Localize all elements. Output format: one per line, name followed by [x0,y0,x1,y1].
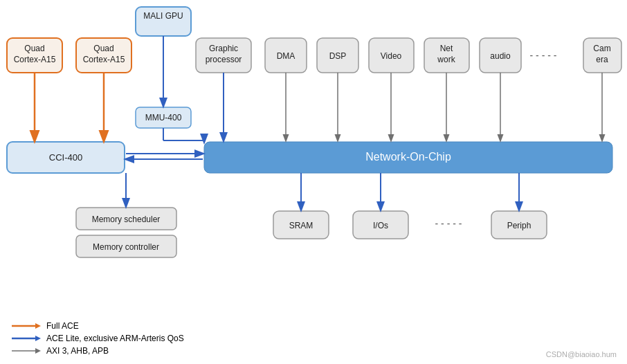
ace-lite-label: ACE Lite, exclusive ARM-Arteris QoS [46,334,184,343]
graphic-processor-label: Graphic [209,44,238,53]
architecture-diagram: MALI GPU Quad Cortex-A15 Quad Cortex-A15… [0,0,627,332]
watermark: CSDN@biaoiao.hum [546,350,617,358]
camera-label: Cam [593,44,610,53]
mmu400-label: MMU-400 [145,113,182,122]
svg-text:era: era [596,55,608,64]
diagram-container: MALI GPU Quad Cortex-A15 Quad Cortex-A15… [0,0,627,332]
axi-label: AXI 3, AHB, APB [46,346,109,356]
svg-marker-10 [35,348,41,354]
ace-lite-arrow-icon [10,334,41,343]
periph-label: Periph [507,221,531,230]
axi-arrow-icon [10,346,41,356]
network-label: Net [440,44,453,53]
audio-label: audio [490,51,511,61]
video-label: Video [381,51,402,61]
mali-gpu-label: MALI GPU [143,11,183,21]
svg-text:processor: processor [206,55,242,64]
quad-a15-1-label: Quad [24,44,44,53]
dma-label: DMA [277,51,296,61]
svg-marker-8 [35,336,41,341]
cci400-label: CCI-400 [49,152,82,163]
dots-bottom-label: - - - - - [435,218,462,229]
full-ace-arrow-icon [10,321,41,331]
noc-label: Network-On-Chip [365,151,451,163]
svg-marker-6 [35,323,41,329]
svg-text:Cortex-A15: Cortex-A15 [83,55,125,64]
ios-label: I/Os [373,221,388,230]
legend-axi: AXI 3, AHB, APB [10,346,184,356]
svg-text:work: work [437,55,455,64]
legend-ace-lite: ACE Lite, exclusive ARM-Arteris QoS [10,334,184,343]
mem-controller-label: Memory controller [93,242,159,252]
sram-label: SRAM [289,221,314,230]
legend: Full ACE ACE Lite, exclusive ARM-Arteris… [10,321,184,356]
quad-a15-2-label: Quad [93,44,113,53]
full-ace-label: Full ACE [46,321,79,331]
legend-full-ace: Full ACE [10,321,184,331]
dots-top-label: - - - - - [530,50,557,61]
svg-text:Cortex-A15: Cortex-A15 [14,55,56,64]
mem-scheduler-label: Memory scheduler [92,215,161,224]
dsp-label: DSP [329,51,347,61]
